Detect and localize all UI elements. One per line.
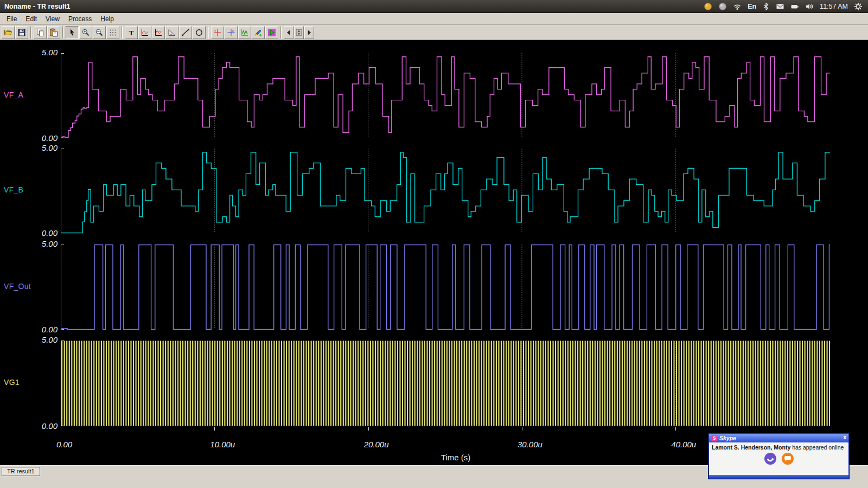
system-tray: En 11:57 AM [704, 2, 868, 11]
y-axis-max-label: 5.00 [22, 48, 58, 57]
zoom-in-button[interactable] [79, 26, 92, 39]
open-folder-icon [4, 28, 12, 37]
waveform-tool-button[interactable] [138, 26, 151, 39]
menu-help[interactable]: Help [96, 14, 118, 24]
skype-notification: S Skype x Lamont S. Henderson, Monty has… [709, 433, 849, 479]
x-axis-tickmark [214, 427, 215, 431]
svg-text:b: b [232, 29, 234, 32]
toolbar-separator [30, 27, 31, 38]
y-axis-min-label: 0.00 [22, 421, 58, 431]
paste-icon [49, 28, 58, 37]
waveform-measure-tool-button[interactable] [152, 26, 165, 39]
indicator-orb-yellow-icon[interactable] [704, 2, 712, 11]
bluetooth-icon[interactable] [762, 2, 770, 11]
spinner-up-down-icon [295, 28, 303, 37]
set-square-wave-icon [168, 28, 176, 37]
mail-icon[interactable] [776, 2, 784, 11]
skype-chat-button[interactable] [782, 453, 794, 465]
skype-actions [709, 453, 848, 465]
window-title: Noname - TR result1 [4, 3, 71, 10]
next-page-button[interactable] [304, 26, 314, 39]
eye-diagram-tool-button[interactable] [165, 26, 178, 39]
x-axis-tick-label: 0.00 [56, 440, 72, 449]
floppy-icon [17, 28, 26, 37]
page-spinner[interactable] [294, 26, 304, 39]
menu-file[interactable]: File [2, 14, 21, 24]
toolbar-separator [122, 27, 123, 38]
menu-edit[interactable]: Edit [21, 14, 41, 24]
chat-bubble-icon [783, 454, 793, 464]
skype-close-icon[interactable]: x [843, 434, 846, 440]
waveform-vf_out [61, 244, 830, 330]
waveform-plot-icon [141, 28, 149, 37]
menu-view[interactable]: View [41, 14, 64, 24]
skype-footer-strip [709, 475, 848, 478]
marker-a-tool-button[interactable]: a [211, 26, 224, 39]
text-tool-button[interactable]: T [125, 26, 138, 39]
run-simulation-button[interactable] [265, 26, 278, 39]
waveform-vf_a [61, 53, 830, 139]
skype-logo-icon: S [711, 435, 717, 441]
x-axis-tick-label: 30.00u [518, 440, 542, 449]
paste-button[interactable] [47, 26, 60, 39]
svg-text:T: T [129, 28, 134, 36]
x-axis-tick-label: 40.00u [671, 440, 696, 449]
zoom-in-icon [81, 28, 90, 37]
skype-call-button[interactable] [764, 453, 776, 465]
y-axis-min-label: 0.00 [22, 325, 58, 334]
select-tool-button[interactable] [66, 26, 79, 39]
edit-signal-tool-button[interactable] [252, 26, 265, 39]
x-axis-tickmark [522, 427, 522, 431]
toolbar: T a [0, 25, 868, 40]
result-tab[interactable]: TR result1 [2, 467, 40, 476]
y-axis-min-label: 0.00 [22, 228, 58, 237]
skype-app-name: Skype [719, 435, 736, 441]
line-tool-button[interactable] [179, 26, 192, 39]
y-axis-max-label: 5.00 [22, 239, 58, 248]
copy-icon [36, 28, 44, 37]
text-tool-icon: T [127, 28, 136, 37]
signal-label-vf_out: VF_Out [4, 282, 31, 291]
y-axis-max-label: 5.00 [22, 143, 58, 152]
menu-process[interactable]: Process [64, 14, 96, 24]
x-axis-tickmark [368, 427, 369, 431]
prev-page-button[interactable] [284, 26, 293, 39]
waveform-measure-icon [154, 28, 163, 37]
add-signal-tool-button[interactable] [238, 26, 251, 39]
save-button[interactable] [15, 26, 28, 39]
circle-tool-icon [195, 28, 203, 37]
skype-contact-name: Lamont S. Henderson, Monty [712, 444, 790, 451]
menubar: File Edit View Process Help [0, 13, 868, 25]
grid-dots-icon [108, 28, 117, 37]
cursor-arrow-icon [68, 28, 76, 37]
arrow-right-icon [305, 28, 313, 37]
x-axis-tickmark [675, 427, 676, 431]
green-waveform-icon [240, 28, 249, 37]
marker-b-tool-button[interactable]: b [225, 26, 238, 39]
signal-label-vg1: VG1 [4, 378, 20, 387]
keyboard-layout-indicator[interactable]: En [748, 3, 756, 10]
volume-icon[interactable] [805, 2, 814, 11]
circle-tool-button[interactable] [193, 26, 206, 39]
line-tool-icon [181, 28, 190, 37]
x-axis-tickmark [61, 427, 61, 431]
signal-label-vf_b: VF_B [4, 185, 23, 194]
y-axis-max-label: 5.00 [22, 335, 58, 344]
skype-titlebar[interactable]: S Skype x [709, 434, 848, 442]
clock[interactable]: 11:57 AM [820, 3, 848, 10]
open-button[interactable] [2, 26, 15, 39]
battery-icon[interactable] [790, 2, 799, 11]
svg-text:a: a [215, 29, 216, 32]
toolbar-separator [280, 27, 282, 38]
wifi-icon[interactable] [733, 2, 742, 11]
zoom-out-button[interactable] [93, 26, 106, 39]
x-axis-tick-label: 10.00u [210, 440, 235, 449]
copy-button[interactable] [34, 26, 47, 39]
waveform-vf_b [61, 148, 830, 234]
gear-icon[interactable] [854, 2, 863, 11]
indicator-orb-gray-icon[interactable] [718, 2, 727, 11]
skype-message: Lamont S. Henderson, Monty has appeared … [709, 442, 848, 451]
marker-a-icon: a [213, 28, 222, 37]
grid-toggle-button[interactable] [106, 26, 119, 39]
skype-status-text: has appeared online [792, 444, 844, 451]
